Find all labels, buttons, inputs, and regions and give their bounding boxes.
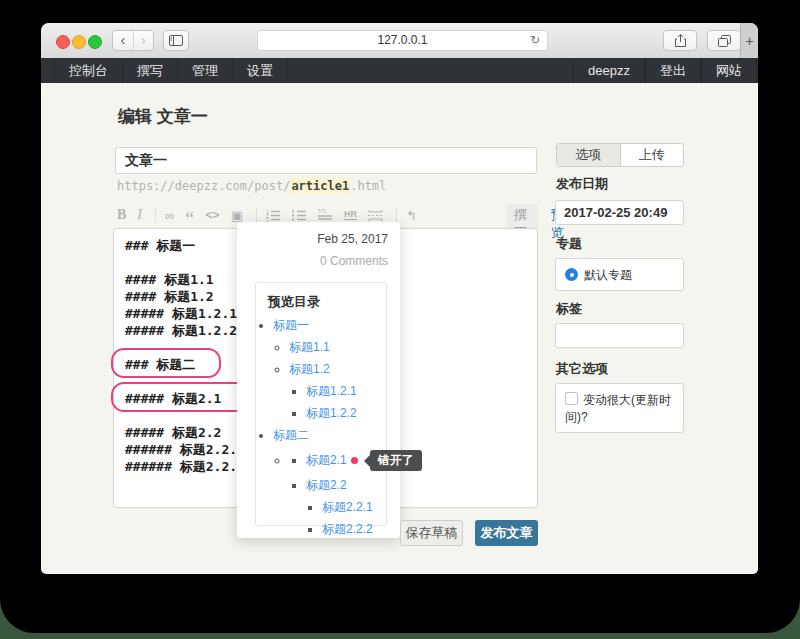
- nav-item-site[interactable]: 网站: [701, 58, 757, 83]
- unordered-list-icon[interactable]: [292, 209, 307, 222]
- nav-item-console[interactable]: 控制台: [54, 58, 123, 83]
- ordered-list-icon[interactable]: 1 2 3: [266, 209, 281, 222]
- share-button[interactable]: [663, 30, 697, 51]
- major-change-checkbox[interactable]: [565, 392, 578, 405]
- post-title-input[interactable]: [115, 147, 537, 174]
- page-break-icon[interactable]: [368, 209, 383, 222]
- tab-options[interactable]: 选项: [557, 144, 621, 166]
- tab-upload[interactable]: 上传: [621, 144, 684, 166]
- nav-item-settings[interactable]: 设置: [233, 58, 288, 83]
- toc-link[interactable]: 标题2.1: [306, 453, 347, 467]
- nav-item-manage[interactable]: 管理: [178, 58, 233, 83]
- toc-item: 标题2.2 标题2.2.1 标题2.2.2: [306, 478, 386, 537]
- forward-button[interactable]: ›: [133, 31, 154, 50]
- share-icon: [675, 34, 686, 47]
- toc-link[interactable]: 标题2.2.2: [322, 522, 373, 536]
- code-icon[interactable]: <>: [205, 208, 219, 222]
- toc-item-empty-level: 标题2.1错开了 标题2.2 标题2.2.1 标题2.2.2: [289, 450, 386, 537]
- admin-navbar: 控制台 撰写 管理 设置 deepzz 登出 网站: [41, 58, 758, 83]
- toc-item: 标题1.2 标题1.2.1 标题1.2.2: [289, 362, 386, 421]
- toc-link[interactable]: 标题2.2.1: [322, 500, 373, 514]
- save-draft-button[interactable]: 保存草稿: [400, 520, 463, 546]
- other-options-box: 变动很大(更新时间)?: [555, 383, 684, 433]
- toolbar-divider: [256, 208, 257, 222]
- browser-window: ‹ › 127.0.0.1 ↻: [41, 23, 758, 574]
- toc-item: 标题二 标题2.1错开了 标题2.2 标题2.2.1: [273, 428, 386, 537]
- tags-label: 标签: [556, 300, 582, 318]
- svg-text:TITL: TITL: [318, 209, 328, 214]
- error-tooltip: 错开了: [370, 450, 422, 471]
- back-button[interactable]: ‹: [113, 31, 133, 50]
- nav-item-username[interactable]: deepzz: [573, 58, 645, 83]
- undo-icon[interactable]: ↰: [406, 208, 417, 223]
- annotation-circle-heading2: [111, 348, 221, 378]
- preview-overlay: Feb 25, 2017 0 Comments 预览目录 标题一 标题1.1 标…: [237, 222, 400, 538]
- topic-box: 默认专题: [555, 258, 684, 291]
- post-date: Feb 25, 2017: [317, 232, 388, 246]
- toc-item: 标题1.1: [289, 340, 386, 355]
- reload-icon[interactable]: ↻: [530, 31, 540, 50]
- sidebar-tabs: 选项 上传: [556, 143, 684, 167]
- page-content: 编辑 文章一 https://deepzz.com/post/article1.…: [41, 83, 758, 574]
- url-slug-highlight: article1: [290, 178, 350, 194]
- browser-titlebar: ‹ › 127.0.0.1 ↻: [41, 23, 758, 59]
- url-prefix: https://deepzz.com/post/: [117, 179, 290, 193]
- annotation-circle-heading2-1: [111, 382, 254, 412]
- url-text: 127.0.0.1: [377, 33, 427, 47]
- publish-button[interactable]: 发布文章: [475, 520, 538, 546]
- toc-item: 标题1.2.2: [306, 406, 386, 421]
- publish-date-label: 发布日期: [556, 175, 608, 193]
- topic-radio-selected[interactable]: [565, 268, 578, 281]
- error-dot-icon: [351, 457, 358, 464]
- navbar-right-group: deepzz 登出 网站: [560, 58, 757, 83]
- tab-overview-button[interactable]: [707, 30, 741, 51]
- sidebar-icon: [169, 35, 183, 46]
- history-nav-group: ‹ ›: [112, 30, 154, 51]
- tabs-icon: [718, 35, 731, 47]
- toc-link[interactable]: 标题二: [273, 428, 309, 442]
- nav-item-write[interactable]: 撰写: [123, 58, 178, 83]
- bold-icon[interactable]: B: [117, 207, 126, 223]
- italic-icon[interactable]: I: [137, 207, 142, 223]
- toc-link[interactable]: 标题一: [273, 318, 309, 332]
- post-url-preview: https://deepzz.com/post/article1.html: [117, 179, 386, 193]
- other-options-label: 其它选项: [556, 360, 608, 378]
- toc-item-misaligned: 标题2.1错开了: [306, 450, 386, 471]
- major-change-label: 变动很大(更新时间)?: [565, 393, 671, 424]
- publish-date-input[interactable]: [555, 200, 684, 225]
- horizontal-rule-icon[interactable]: HR: [344, 210, 357, 220]
- toc-link[interactable]: 标题1.2.1: [306, 384, 357, 398]
- sidebar-toggle-button[interactable]: [163, 30, 189, 51]
- toc-item: 标题2.2.1: [322, 500, 386, 515]
- toc-link[interactable]: 标题2.2: [306, 478, 347, 492]
- topic-option-label: 默认专题: [584, 268, 632, 282]
- svg-text:3: 3: [266, 217, 269, 222]
- toc-link[interactable]: 标题1.2: [289, 362, 330, 376]
- new-tab-button[interactable]: +: [740, 23, 758, 58]
- toc-panel: 预览目录 标题一 标题1.1 标题1.2 标题1.2.1 标题1.2.2: [255, 282, 387, 526]
- toc-item: 标题一 标题1.1 标题1.2 标题1.2.1 标题1.2.2: [273, 318, 386, 421]
- address-bar[interactable]: 127.0.0.1 ↻: [257, 30, 548, 51]
- toc-title: 预览目录: [256, 283, 386, 311]
- close-button[interactable]: [56, 35, 70, 49]
- url-suffix: .html: [350, 179, 386, 193]
- fullscreen-button[interactable]: [88, 35, 102, 49]
- comments-count: 0 Comments: [320, 254, 388, 268]
- toc-item: 标题1.2.1: [306, 384, 386, 399]
- blockquote-icon[interactable]: “: [185, 214, 194, 224]
- toolbar-divider: [396, 208, 397, 222]
- toc-link[interactable]: 标题1.1: [289, 340, 330, 354]
- minimize-button[interactable]: [72, 35, 86, 49]
- heading-icon[interactable]: TITL: [318, 209, 333, 222]
- image-icon[interactable]: ▣: [231, 208, 243, 223]
- topic-label: 专题: [556, 235, 582, 253]
- page-title: 编辑 文章一: [118, 105, 208, 128]
- nav-item-logout[interactable]: 登出: [645, 58, 701, 83]
- link-icon[interactable]: ∞: [165, 208, 174, 223]
- toolbar-divider: [155, 208, 156, 222]
- toc-link[interactable]: 标题1.2.2: [306, 406, 357, 420]
- tags-input[interactable]: [555, 323, 684, 348]
- toc-item: 标题2.2.2: [322, 522, 386, 537]
